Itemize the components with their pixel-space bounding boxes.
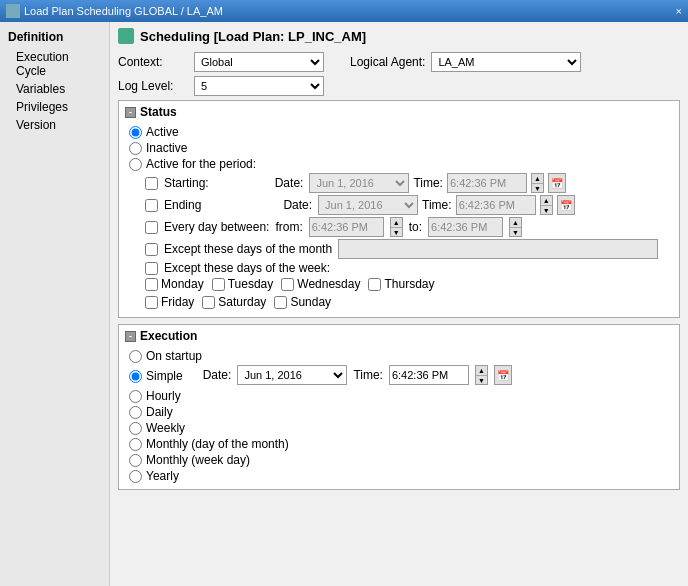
except-week-checkbox[interactable] <box>145 262 158 275</box>
tuesday-checkbox[interactable] <box>212 278 225 291</box>
except-month-checkbox[interactable] <box>145 243 158 256</box>
close-button[interactable]: × <box>676 5 682 17</box>
radio-inactive[interactable] <box>129 142 142 155</box>
radio-weekly-label[interactable]: Weekly <box>146 421 185 435</box>
starting-calendar-button[interactable]: 📅 <box>548 173 566 193</box>
except-week-label[interactable]: Except these days of the week: <box>164 261 330 275</box>
status-section-header[interactable]: - Status <box>125 105 673 119</box>
saturday-checkbox[interactable] <box>202 296 215 309</box>
page-title: Scheduling [Load Plan: LP_INC_AM] <box>140 29 366 44</box>
ending-row: Ending Date: Jun 1, 2016 Time: ▲▼ 📅 <box>125 195 673 215</box>
exec-time-label: Time: <box>353 368 383 382</box>
radio-active[interactable] <box>129 126 142 139</box>
sidebar-item-version[interactable]: Version <box>0 116 109 134</box>
except-month-label[interactable]: Except these days of the month <box>164 242 332 256</box>
ending-label[interactable]: Ending <box>164 198 201 212</box>
to-time-spin[interactable]: ▲▼ <box>509 217 522 237</box>
every-day-label[interactable]: Every day between: <box>164 220 269 234</box>
exec-simple-row: Simple <box>125 369 183 383</box>
thursday-checkbox[interactable] <box>368 278 381 291</box>
radio-yearly[interactable] <box>129 470 142 483</box>
to-time-input[interactable] <box>428 217 503 237</box>
day-wednesday: Wednesday <box>281 277 360 291</box>
to-label: to: <box>409 220 422 234</box>
starting-date-select[interactable]: Jun 1, 2016 <box>309 173 409 193</box>
ending-date-label: Date: <box>283 198 312 212</box>
status-collapse-icon: - <box>125 107 136 118</box>
ending-time-spin[interactable]: ▲▼ <box>540 195 553 215</box>
starting-label[interactable]: Starting: <box>164 176 209 190</box>
starting-date-group: Jun 1, 2016 Time: ▲▼ 📅 <box>309 173 566 193</box>
sidebar-item-execution-cycle[interactable]: Execution Cycle <box>0 48 109 80</box>
radio-hourly[interactable] <box>129 390 142 403</box>
friday-checkbox[interactable] <box>145 296 158 309</box>
radio-yearly-label[interactable]: Yearly <box>146 469 179 483</box>
sidebar-item-privileges[interactable]: Privileges <box>0 98 109 116</box>
starting-time-input[interactable] <box>447 173 527 193</box>
radio-simple-label[interactable]: Simple <box>146 369 183 383</box>
radio-on-startup[interactable] <box>129 350 142 363</box>
main-content: Scheduling [Load Plan: LP_INC_AM] Contex… <box>110 22 688 586</box>
starting-time-spin[interactable]: ▲▼ <box>531 173 544 193</box>
radio-daily-label[interactable]: Daily <box>146 405 173 419</box>
wednesday-checkbox[interactable] <box>281 278 294 291</box>
exec-on-startup-row: On startup <box>125 349 673 363</box>
radio-monthly-week-label[interactable]: Monthly (week day) <box>146 453 250 467</box>
exec-calendar-button[interactable]: 📅 <box>494 365 512 385</box>
monday-label[interactable]: Monday <box>161 277 204 291</box>
sidebar-item-variables[interactable]: Variables <box>0 80 109 98</box>
sunday-checkbox[interactable] <box>274 296 287 309</box>
radio-monthly-day[interactable] <box>129 438 142 451</box>
radio-active-period[interactable] <box>129 158 142 171</box>
friday-label[interactable]: Friday <box>161 295 194 309</box>
every-day-checkbox[interactable] <box>145 221 158 234</box>
radio-hourly-label[interactable]: Hourly <box>146 389 181 403</box>
thursday-label[interactable]: Thursday <box>384 277 434 291</box>
ending-time-input[interactable] <box>456 195 536 215</box>
from-time-spin[interactable]: ▲▼ <box>390 217 403 237</box>
exec-monthly-day-row: Monthly (day of the month) <box>125 437 673 451</box>
tuesday-label[interactable]: Tuesday <box>228 277 274 291</box>
exec-daily-row: Daily <box>125 405 673 419</box>
logical-agent-select[interactable]: LA_AM <box>431 52 581 72</box>
radio-monthly-week[interactable] <box>129 454 142 467</box>
every-day-row: Every day between: from: ▲▼ to: ▲▼ <box>125 217 673 237</box>
sidebar-section-header: Definition <box>0 26 109 48</box>
day-tuesday: Tuesday <box>212 277 274 291</box>
radio-on-startup-label[interactable]: On startup <box>146 349 202 363</box>
saturday-label[interactable]: Saturday <box>218 295 266 309</box>
window-title: Load Plan Scheduling GLOBAL / LA_AM <box>24 5 223 17</box>
sidebar: Definition Execution Cycle Variables Pri… <box>0 22 110 586</box>
wednesday-label[interactable]: Wednesday <box>297 277 360 291</box>
logical-agent-label: Logical Agent: <box>350 55 425 69</box>
from-label: from: <box>275 220 302 234</box>
except-week-row: Except these days of the week: <box>125 261 673 275</box>
radio-simple[interactable] <box>129 370 142 383</box>
from-time-input[interactable] <box>309 217 384 237</box>
radio-active-period-label[interactable]: Active for the period: <box>146 157 256 171</box>
ending-checkbox[interactable] <box>145 199 158 212</box>
context-label: Context: <box>118 55 188 69</box>
ending-date-group: Jun 1, 2016 Time: ▲▼ 📅 <box>318 195 575 215</box>
page-title-row: Scheduling [Load Plan: LP_INC_AM] <box>118 28 680 44</box>
exec-time-input[interactable] <box>389 365 469 385</box>
context-select[interactable]: Global <box>194 52 324 72</box>
except-month-input[interactable] <box>338 239 658 259</box>
starting-checkbox[interactable] <box>145 177 158 190</box>
radio-active-period-row: Active for the period: <box>125 157 673 171</box>
ending-calendar-button[interactable]: 📅 <box>557 195 575 215</box>
sunday-label[interactable]: Sunday <box>290 295 331 309</box>
exec-time-spin[interactable]: ▲▼ <box>475 365 488 385</box>
log-level-select[interactable]: 5 <box>194 76 324 96</box>
exec-date-select[interactable]: Jun 1, 2016 <box>237 365 347 385</box>
radio-daily[interactable] <box>129 406 142 419</box>
execution-section-header[interactable]: - Execution <box>125 329 673 343</box>
ending-date-select[interactable]: Jun 1, 2016 <box>318 195 418 215</box>
context-row: Context: Global Logical Agent: LA_AM <box>118 52 680 72</box>
schedule-icon <box>118 28 134 44</box>
monday-checkbox[interactable] <box>145 278 158 291</box>
radio-weekly[interactable] <box>129 422 142 435</box>
radio-active-label[interactable]: Active <box>146 125 179 139</box>
radio-monthly-day-label[interactable]: Monthly (day of the month) <box>146 437 289 451</box>
radio-inactive-label[interactable]: Inactive <box>146 141 187 155</box>
